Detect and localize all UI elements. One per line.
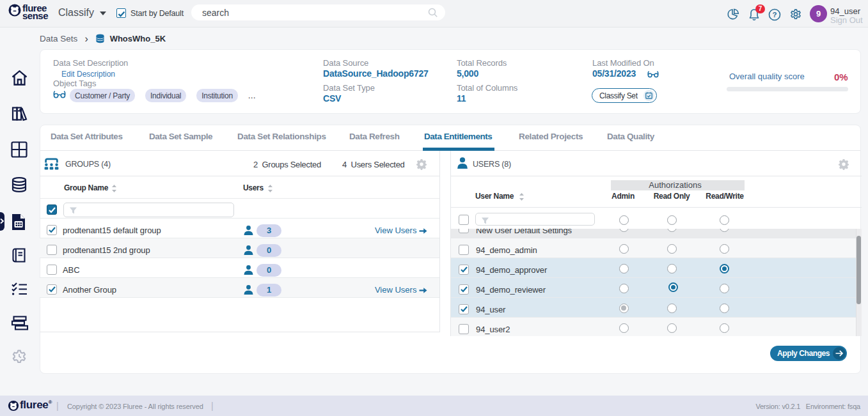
svg-text:?: ? (772, 11, 777, 19)
